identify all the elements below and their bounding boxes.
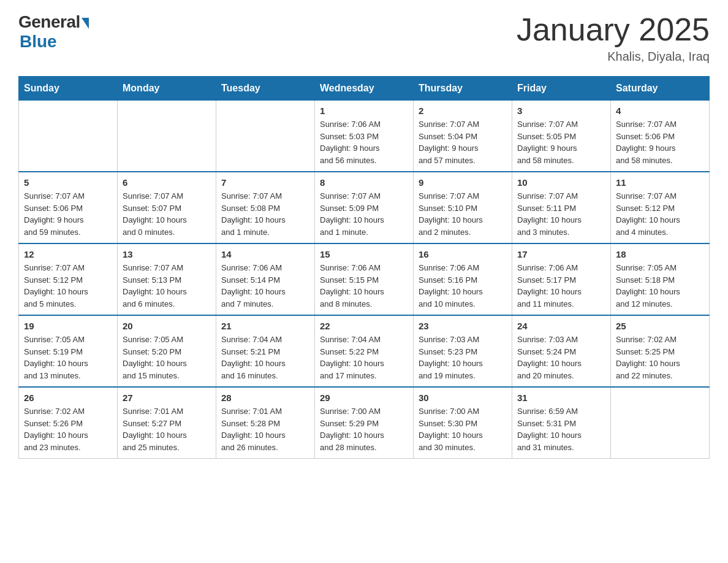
day-number: 6 bbox=[123, 177, 211, 188]
calendar-cell: 8Sunrise: 7:07 AMSunset: 5:09 PMDaylight… bbox=[315, 172, 414, 243]
calendar-cell: 4Sunrise: 7:07 AMSunset: 5:06 PMDaylight… bbox=[611, 101, 710, 172]
day-info: Sunrise: 7:01 AMSunset: 5:28 PMDaylight:… bbox=[221, 405, 309, 453]
logo-triangle-icon bbox=[82, 18, 89, 29]
day-info: Sunrise: 7:06 AMSunset: 5:16 PMDaylight:… bbox=[419, 262, 507, 310]
calendar-cell: 6Sunrise: 7:07 AMSunset: 5:07 PMDaylight… bbox=[118, 172, 216, 243]
day-info: Sunrise: 7:03 AMSunset: 5:24 PMDaylight:… bbox=[517, 334, 605, 381]
day-info: Sunrise: 7:07 AMSunset: 5:07 PMDaylight:… bbox=[123, 190, 211, 238]
day-number: 27 bbox=[123, 393, 211, 403]
calendar-cell: 19Sunrise: 7:05 AMSunset: 5:19 PMDayligh… bbox=[19, 315, 118, 387]
day-info: Sunrise: 6:59 AMSunset: 5:31 PMDaylight:… bbox=[517, 405, 605, 453]
day-number: 7 bbox=[221, 177, 309, 188]
day-number: 12 bbox=[24, 249, 112, 259]
calendar-cell: 20Sunrise: 7:05 AMSunset: 5:20 PMDayligh… bbox=[118, 315, 216, 387]
calendar-week-row: 5Sunrise: 7:07 AMSunset: 5:06 PMDaylight… bbox=[19, 172, 710, 243]
day-info: Sunrise: 7:07 AMSunset: 5:10 PMDaylight:… bbox=[419, 190, 507, 238]
day-info: Sunrise: 7:07 AMSunset: 5:13 PMDaylight:… bbox=[123, 262, 211, 310]
day-number: 19 bbox=[24, 321, 112, 331]
day-number: 24 bbox=[517, 321, 605, 331]
title-section: January 2025 Khalis, Diyala, Iraq bbox=[517, 12, 710, 64]
calendar-cell: 11Sunrise: 7:07 AMSunset: 5:12 PMDayligh… bbox=[611, 172, 710, 243]
day-info: Sunrise: 7:05 AMSunset: 5:20 PMDaylight:… bbox=[123, 334, 211, 381]
weekday-header-row: SundayMondayTuesdayWednesdayThursdayFrid… bbox=[19, 77, 710, 101]
calendar-cell: 26Sunrise: 7:02 AMSunset: 5:26 PMDayligh… bbox=[19, 387, 118, 459]
weekday-header-wednesday: Wednesday bbox=[315, 77, 414, 101]
day-info: Sunrise: 7:07 AMSunset: 5:04 PMDaylight:… bbox=[419, 118, 507, 166]
weekday-header-saturday: Saturday bbox=[611, 77, 710, 101]
logo: General Blue bbox=[18, 12, 89, 52]
day-info: Sunrise: 7:07 AMSunset: 5:09 PMDaylight:… bbox=[320, 190, 408, 238]
calendar-cell: 25Sunrise: 7:02 AMSunset: 5:25 PMDayligh… bbox=[611, 315, 710, 387]
calendar-cell: 29Sunrise: 7:00 AMSunset: 5:29 PMDayligh… bbox=[315, 387, 414, 459]
calendar-cell: 16Sunrise: 7:06 AMSunset: 5:16 PMDayligh… bbox=[414, 243, 512, 315]
calendar-cell bbox=[118, 101, 216, 172]
day-number: 30 bbox=[419, 393, 507, 403]
calendar-week-row: 1Sunrise: 7:06 AMSunset: 5:03 PMDaylight… bbox=[19, 101, 710, 172]
day-number: 31 bbox=[517, 393, 605, 403]
calendar-cell: 1Sunrise: 7:06 AMSunset: 5:03 PMDaylight… bbox=[315, 101, 414, 172]
calendar-week-row: 26Sunrise: 7:02 AMSunset: 5:26 PMDayligh… bbox=[19, 387, 710, 459]
calendar-cell: 7Sunrise: 7:07 AMSunset: 5:08 PMDaylight… bbox=[216, 172, 315, 243]
day-number: 18 bbox=[616, 249, 704, 259]
day-number: 3 bbox=[517, 105, 605, 116]
weekday-header-monday: Monday bbox=[118, 77, 216, 101]
calendar-cell bbox=[216, 101, 315, 172]
calendar-cell bbox=[611, 387, 710, 459]
day-number: 5 bbox=[24, 177, 112, 188]
day-number: 10 bbox=[517, 177, 605, 188]
calendar-cell: 3Sunrise: 7:07 AMSunset: 5:05 PMDaylight… bbox=[512, 101, 611, 172]
day-number: 25 bbox=[616, 321, 704, 331]
day-info: Sunrise: 7:02 AMSunset: 5:26 PMDaylight:… bbox=[24, 405, 112, 453]
day-info: Sunrise: 7:01 AMSunset: 5:27 PMDaylight:… bbox=[123, 405, 211, 453]
day-info: Sunrise: 7:05 AMSunset: 5:18 PMDaylight:… bbox=[616, 262, 704, 310]
calendar-cell: 30Sunrise: 7:00 AMSunset: 5:30 PMDayligh… bbox=[414, 387, 512, 459]
day-info: Sunrise: 7:04 AMSunset: 5:21 PMDaylight:… bbox=[221, 334, 309, 381]
day-info: Sunrise: 7:06 AMSunset: 5:15 PMDaylight:… bbox=[320, 262, 408, 310]
day-info: Sunrise: 7:06 AMSunset: 5:03 PMDaylight:… bbox=[320, 118, 408, 166]
calendar-cell: 31Sunrise: 6:59 AMSunset: 5:31 PMDayligh… bbox=[512, 387, 611, 459]
calendar-cell: 22Sunrise: 7:04 AMSunset: 5:22 PMDayligh… bbox=[315, 315, 414, 387]
calendar-cell: 28Sunrise: 7:01 AMSunset: 5:28 PMDayligh… bbox=[216, 387, 315, 459]
calendar-week-row: 12Sunrise: 7:07 AMSunset: 5:12 PMDayligh… bbox=[19, 243, 710, 315]
calendar-cell: 14Sunrise: 7:06 AMSunset: 5:14 PMDayligh… bbox=[216, 243, 315, 315]
month-title: January 2025 bbox=[517, 12, 710, 47]
day-info: Sunrise: 7:07 AMSunset: 5:12 PMDaylight:… bbox=[24, 262, 112, 310]
weekday-header-friday: Friday bbox=[512, 77, 611, 101]
calendar-cell: 2Sunrise: 7:07 AMSunset: 5:04 PMDaylight… bbox=[414, 101, 512, 172]
day-number: 22 bbox=[320, 321, 408, 331]
day-info: Sunrise: 7:02 AMSunset: 5:25 PMDaylight:… bbox=[616, 334, 704, 381]
logo-general-text: General bbox=[18, 12, 80, 32]
day-number: 21 bbox=[221, 321, 309, 331]
calendar-cell: 27Sunrise: 7:01 AMSunset: 5:27 PMDayligh… bbox=[118, 387, 216, 459]
day-info: Sunrise: 7:07 AMSunset: 5:08 PMDaylight:… bbox=[221, 190, 309, 238]
day-number: 29 bbox=[320, 393, 408, 403]
day-number: 4 bbox=[616, 105, 704, 116]
day-number: 15 bbox=[320, 249, 408, 259]
day-number: 2 bbox=[419, 105, 507, 116]
day-number: 20 bbox=[123, 321, 211, 331]
day-number: 28 bbox=[221, 393, 309, 403]
day-number: 23 bbox=[419, 321, 507, 331]
day-number: 16 bbox=[419, 249, 507, 259]
calendar-cell: 24Sunrise: 7:03 AMSunset: 5:24 PMDayligh… bbox=[512, 315, 611, 387]
day-number: 17 bbox=[517, 249, 605, 259]
calendar-cell: 13Sunrise: 7:07 AMSunset: 5:13 PMDayligh… bbox=[118, 243, 216, 315]
day-number: 8 bbox=[320, 177, 408, 188]
page-header: General Blue January 2025 Khalis, Diyala… bbox=[18, 12, 710, 64]
calendar-week-row: 19Sunrise: 7:05 AMSunset: 5:19 PMDayligh… bbox=[19, 315, 710, 387]
day-info: Sunrise: 7:07 AMSunset: 5:11 PMDaylight:… bbox=[517, 190, 605, 238]
location-text: Khalis, Diyala, Iraq bbox=[517, 50, 710, 64]
day-number: 13 bbox=[123, 249, 211, 259]
logo-blue-text: Blue bbox=[20, 32, 57, 52]
weekday-header-tuesday: Tuesday bbox=[216, 77, 315, 101]
calendar-cell: 17Sunrise: 7:06 AMSunset: 5:17 PMDayligh… bbox=[512, 243, 611, 315]
day-info: Sunrise: 7:06 AMSunset: 5:17 PMDaylight:… bbox=[517, 262, 605, 310]
day-info: Sunrise: 7:00 AMSunset: 5:30 PMDaylight:… bbox=[419, 405, 507, 453]
day-info: Sunrise: 7:07 AMSunset: 5:05 PMDaylight:… bbox=[517, 118, 605, 166]
day-number: 9 bbox=[419, 177, 507, 188]
calendar-cell: 15Sunrise: 7:06 AMSunset: 5:15 PMDayligh… bbox=[315, 243, 414, 315]
day-number: 26 bbox=[24, 393, 112, 403]
calendar-table: SundayMondayTuesdayWednesdayThursdayFrid… bbox=[18, 76, 710, 459]
calendar-cell: 10Sunrise: 7:07 AMSunset: 5:11 PMDayligh… bbox=[512, 172, 611, 243]
weekday-header-sunday: Sunday bbox=[19, 77, 118, 101]
